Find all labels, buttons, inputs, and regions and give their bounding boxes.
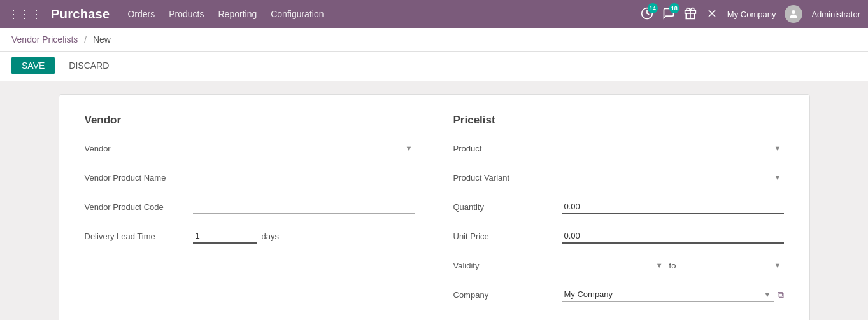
user-avatar[interactable] bbox=[785, 5, 802, 23]
vendor-input-wrap: ▼ bbox=[193, 141, 415, 155]
product-field-row: Product ▼ bbox=[453, 138, 784, 158]
messages-icon-wrap[interactable]: 18 bbox=[662, 7, 675, 22]
vendor-product-code-wrap bbox=[193, 200, 415, 214]
vendor-product-code-row: Vendor Product Code bbox=[85, 197, 415, 217]
quantity-label: Quantity bbox=[453, 202, 562, 212]
form-columns: Vendor Vendor ▼ Vendor Product Name bbox=[85, 114, 784, 314]
company-label: Company bbox=[453, 290, 562, 300]
activity-icon-wrap[interactable]: 14 bbox=[641, 7, 653, 22]
validity-from-wrap: ▼ bbox=[562, 258, 665, 272]
gift-icon-wrap[interactable] bbox=[684, 7, 697, 22]
grid-icon[interactable]: ⋮⋮⋮ bbox=[8, 7, 42, 21]
nav-products[interactable]: Products bbox=[169, 9, 204, 19]
close-icon bbox=[706, 7, 718, 20]
breadcrumb: Vendor Pricelists / New bbox=[0, 28, 868, 52]
topnav: ⋮⋮⋮ Purchase Orders Products Reporting C… bbox=[0, 0, 868, 28]
delivery-lead-time-row: Delivery Lead Time days bbox=[85, 226, 415, 246]
unit-price-row: Unit Price bbox=[453, 226, 784, 246]
vendor-label: Vendor bbox=[85, 144, 193, 153]
vendor-product-name-wrap bbox=[193, 170, 415, 184]
product-label: Product bbox=[453, 144, 562, 153]
admin-label[interactable]: Administrator bbox=[811, 10, 860, 19]
product-variant-row: Product Variant ▼ bbox=[453, 167, 784, 188]
vendor-product-code-label: Vendor Product Code bbox=[85, 202, 193, 212]
activity-badge: 14 bbox=[648, 3, 658, 13]
app-title: Purchase bbox=[51, 7, 110, 22]
delivery-lead-time-input[interactable] bbox=[193, 229, 257, 244]
company-select[interactable]: My Company bbox=[562, 288, 774, 302]
quantity-input[interactable] bbox=[562, 200, 784, 214]
unit-price-input[interactable] bbox=[562, 229, 784, 244]
delivery-lead-time-label: Delivery Lead Time bbox=[85, 232, 193, 241]
product-variant-wrap: ▼ bbox=[562, 170, 784, 184]
breadcrumb-parent[interactable]: Vendor Pricelists bbox=[11, 34, 78, 45]
days-label: days bbox=[262, 232, 279, 241]
product-select[interactable] bbox=[562, 141, 784, 155]
unit-price-label: Unit Price bbox=[453, 232, 562, 241]
vendor-product-name-input[interactable] bbox=[193, 170, 415, 184]
right-icons: 14 18 My Company Administrator bbox=[641, 5, 860, 23]
svg-point-5 bbox=[792, 10, 795, 14]
vendor-select[interactable] bbox=[193, 141, 415, 155]
avatar-icon bbox=[788, 8, 799, 20]
quantity-wrap bbox=[562, 200, 784, 214]
messages-badge: 18 bbox=[669, 3, 679, 13]
vendor-section-title: Vendor bbox=[85, 114, 415, 127]
nav-links: Orders Products Reporting Configuration bbox=[127, 9, 640, 19]
pricelist-section: Pricelist Product ▼ Product Variant bbox=[453, 114, 784, 314]
main-content: Vendor Vendor ▼ Vendor Product Name bbox=[0, 81, 868, 320]
form-card: Vendor Vendor ▼ Vendor Product Name bbox=[59, 94, 810, 320]
nav-reporting[interactable]: Reporting bbox=[218, 9, 257, 19]
action-bar: SAVE DISCARD bbox=[0, 52, 868, 81]
validity-to-select[interactable] bbox=[679, 258, 783, 272]
vendor-product-name-label: Vendor Product Name bbox=[85, 173, 193, 183]
delivery-lead-time-wrap: days bbox=[193, 229, 415, 244]
product-input-wrap: ▼ bbox=[562, 141, 784, 155]
validity-inputs: ▼ to ▼ bbox=[562, 258, 784, 272]
company-row: Company My Company ▼ ⧉ bbox=[453, 284, 784, 305]
vendor-field-row: Vendor ▼ bbox=[85, 138, 415, 158]
vendor-product-code-input[interactable] bbox=[193, 200, 415, 214]
save-button[interactable]: SAVE bbox=[11, 57, 55, 74]
validity-label: Validity bbox=[453, 261, 562, 270]
product-variant-label: Product Variant bbox=[453, 173, 562, 183]
discard-button[interactable]: DISCARD bbox=[61, 57, 117, 74]
close-icon-wrap[interactable] bbox=[706, 7, 718, 22]
validity-to-wrap: ▼ bbox=[679, 258, 783, 272]
validity-row: Validity ▼ to ▼ bbox=[453, 255, 784, 275]
breadcrumb-separator: / bbox=[84, 34, 87, 45]
unit-price-wrap bbox=[562, 229, 784, 244]
vendor-product-name-row: Vendor Product Name bbox=[85, 167, 415, 188]
nav-orders[interactable]: Orders bbox=[127, 9, 155, 19]
validity-to-text: to bbox=[669, 261, 676, 270]
breadcrumb-current: New bbox=[93, 34, 111, 45]
vendor-section: Vendor Vendor ▼ Vendor Product Name bbox=[85, 114, 415, 314]
company-name[interactable]: My Company bbox=[727, 10, 776, 19]
product-variant-select[interactable] bbox=[562, 170, 784, 184]
company-external-link-icon[interactable]: ⧉ bbox=[778, 289, 784, 300]
validity-from-select[interactable] bbox=[562, 258, 665, 272]
company-select-wrap: My Company ▼ bbox=[562, 288, 774, 302]
nav-configuration[interactable]: Configuration bbox=[271, 9, 324, 19]
pricelist-section-title: Pricelist bbox=[453, 114, 784, 127]
quantity-row: Quantity bbox=[453, 197, 784, 217]
gift-icon bbox=[684, 7, 697, 20]
company-input-wrap: My Company ▼ ⧉ bbox=[562, 288, 784, 302]
inline-days: days bbox=[193, 229, 415, 244]
